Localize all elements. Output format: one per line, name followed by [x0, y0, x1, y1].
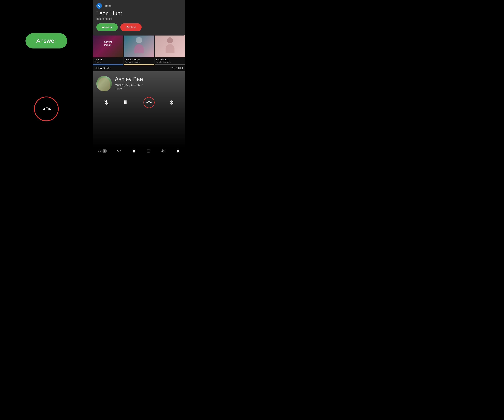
caller-info: Ashley Bae Mobile (360) 624-7567 00:22: [96, 76, 182, 91]
notification-actions: Answer Decline: [96, 23, 182, 31]
media-title-3: Suspendisse: [156, 58, 184, 61]
progress-row: [93, 64, 185, 65]
answer-button-large[interactable]: Answer: [25, 33, 67, 48]
caller-number: Mobile (360) 624-7567: [115, 83, 143, 87]
active-call-card: Ashley Bae Mobile (360) 624-7567 00:22: [93, 71, 185, 147]
notification-caller-name: Leon Hunt: [96, 10, 182, 17]
call-time: 7:43 PM: [171, 66, 183, 70]
bottom-nav: 72: [93, 147, 185, 154]
media-info-1: s Tincidu i Ryushi: [93, 57, 123, 64]
left-panel: Answer: [0, 0, 93, 154]
progress-bar-3: [155, 64, 185, 65]
caller-details: Ashley Bae Mobile (360) 624-7567 00:22: [115, 76, 143, 91]
notification-call-status: Incoming call: [96, 17, 182, 21]
media-author-1: i Ryushi: [94, 61, 122, 63]
notification-header: Phone: [96, 3, 182, 9]
avatar-image: [98, 78, 110, 91]
right-panel: Phone Leon Hunt Incoming call Answer Dec…: [93, 0, 185, 154]
keypad-button[interactable]: [124, 100, 129, 105]
media-title-2: Lobortis Magn: [125, 58, 153, 61]
media-info-3: Suspendisse Amelia Edwards: [155, 57, 185, 64]
lorem-text: LOREMIPSUM.: [103, 39, 113, 48]
nav-badge: 72: [98, 149, 107, 153]
nav-number: 72: [98, 149, 102, 153]
media-title-1: s Tincidu: [94, 58, 122, 61]
nav-arrow[interactable]: [102, 149, 107, 153]
notification-app-name: Phone: [103, 4, 112, 8]
nav-item-fan[interactable]: [161, 149, 166, 153]
nav-item-apps[interactable]: [147, 149, 151, 153]
caller-avatar: [96, 76, 112, 91]
content-area: LOREMIPSUM. s Tincidu i Ryushi Lobortis …: [93, 30, 185, 154]
smith-row: John Smith 7:43 PM: [93, 65, 185, 71]
mute-button[interactable]: [104, 100, 109, 105]
notification-decline-button[interactable]: Decline: [120, 23, 142, 31]
media-info-2: Lobortis Magn Nayara Defuente: [124, 57, 154, 64]
media-author-2: Nayara Defuente: [125, 61, 153, 63]
phone-hangup-icon: [40, 102, 53, 115]
media-author-3: Amelia Edwards: [156, 61, 184, 63]
caller-name: Ashley Bae: [115, 76, 143, 83]
progress-bar-2: [124, 64, 154, 65]
call-controls: [96, 95, 182, 109]
john-smith-label: John Smith: [95, 66, 111, 70]
incoming-call-notification: Phone Leon Hunt Incoming call Answer Dec…: [93, 0, 185, 36]
bottom-nav-row: 72: [93, 149, 185, 153]
nav-item-home[interactable]: [132, 149, 136, 153]
bluetooth-button[interactable]: [169, 100, 174, 105]
call-duration: 00:22: [115, 88, 143, 91]
phone-app-icon: [96, 3, 102, 9]
nav-item-bell[interactable]: [176, 149, 180, 153]
decline-circle-button[interactable]: [34, 96, 59, 121]
end-call-button[interactable]: [144, 97, 155, 108]
progress-bar-1: [93, 64, 123, 65]
nav-item-signal: [117, 149, 121, 153]
notification-answer-button[interactable]: Answer: [96, 23, 118, 31]
